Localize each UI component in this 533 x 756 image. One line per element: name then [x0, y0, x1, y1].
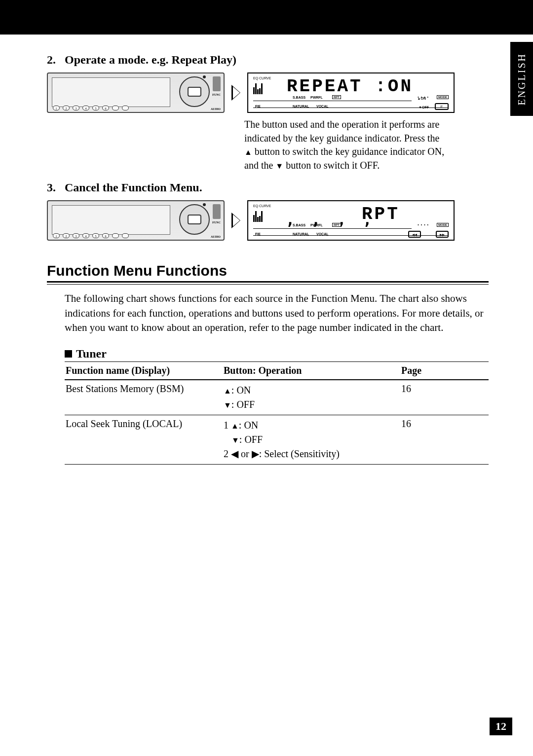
left-triangle-icon: ◀	[231, 448, 238, 459]
lcd-pwrfl: PWRFL	[310, 96, 323, 99]
lcd-main-text: REPEAT :ON	[287, 76, 413, 97]
device-illustration: FUNC AUDIO 123456	[47, 200, 225, 241]
lcd-off: ▼OFF	[419, 106, 429, 109]
up-triangle-icon: ▲	[231, 422, 239, 430]
lcd-rpt-text: RPT	[362, 204, 400, 224]
lcd-sbass: S.BASS	[293, 223, 305, 227]
lcd-on: ▲ON	[418, 97, 426, 100]
desc-line1: The button used and the operation it per…	[244, 118, 489, 132]
lcd-seek-buttons: ◂◂ ▸▸	[408, 231, 449, 238]
lcd-repeat-on: EQ CURVE REPEAT :ON S.BASS PWRFL RPT • •…	[247, 72, 455, 113]
function-table: Function name (Display) Button: Operatio…	[65, 362, 489, 465]
seek-right-icon: ▸▸	[436, 231, 449, 238]
square-bullet-icon	[65, 350, 72, 358]
col-function: Function name (Display)	[66, 365, 224, 376]
lcd-sbass: S.BASS	[293, 96, 305, 99]
desc-line2: indicated by the key guidance indicator.…	[244, 132, 489, 145]
cell-name: Best Stations Memory (BSM)	[66, 383, 224, 395]
section-paragraph: The following chart shows functions for …	[65, 291, 489, 335]
down-triangle-icon: ▼	[231, 436, 239, 444]
step3-figure-row: FUNC AUDIO 123456 EQ CURVE , , , , RPT S…	[47, 200, 489, 241]
cell-ops: 1 ▲: ON ▼: OFF 2 ◀ or ▶: Select (Sensiti…	[224, 418, 401, 461]
tuner-label: Tuner	[76, 347, 107, 360]
lcd-mode: MODE	[437, 95, 449, 99]
lcd-rpt-chip: RPT	[332, 223, 341, 227]
device-dial	[179, 204, 210, 235]
col-button: Button: Operation	[224, 365, 401, 376]
table-row: Best Stations Memory (BSM) ▲: ON ▼: OFF …	[65, 380, 489, 415]
desc-line3: ▲ button to switch the key guidance indi…	[244, 145, 489, 159]
device-screen	[52, 77, 170, 107]
step2-num: 2.	[47, 53, 56, 66]
step2-title: Operate a mode. e.g. Repeat Play)	[65, 53, 236, 66]
arrow-right-icon	[231, 85, 240, 101]
cell-ops: ▲: ON ▼: OFF	[224, 383, 401, 412]
header-black-bar	[0, 0, 533, 35]
device-screen	[52, 205, 170, 235]
step2-heading: 2. Operate a mode. e.g. Repeat Play)	[47, 53, 489, 67]
lcd-rpt: EQ CURVE , , , , RPT S.BASS PWRFL RPT • …	[247, 200, 455, 241]
page-number: 12	[490, 718, 512, 735]
up-triangle-icon: ▲	[224, 387, 231, 395]
lcd-eq-label: EQ CURVE	[253, 76, 271, 80]
tuner-subheading: Tuner	[65, 347, 489, 362]
col-page: Page	[401, 365, 470, 376]
right-triangle-icon: ▶	[252, 448, 259, 459]
lcd-pwrfl: PWRFL	[310, 223, 323, 227]
lcd-f-button: F	[435, 103, 449, 110]
device-dial	[179, 76, 210, 107]
seek-left-icon: ◂◂	[408, 231, 421, 238]
lcd-rpt-chip: RPT	[332, 95, 341, 99]
language-tab: ENGLISH	[510, 42, 533, 116]
section-title: Function Menu Functions	[47, 262, 489, 283]
table-header-row: Function name (Display) Button: Operatio…	[65, 362, 489, 380]
lcd-mode: MODE	[437, 223, 449, 227]
language-tab-text: ENGLISH	[516, 53, 528, 106]
cell-page: 16	[401, 383, 470, 395]
page-content: 2. Operate a mode. e.g. Repeat Play) FUN…	[0, 35, 533, 465]
cell-name: Local Seek Tuning (LOCAL)	[66, 418, 224, 430]
device-illustration: FUNC AUDIO 123456	[47, 72, 225, 113]
step3-heading: 3. Cancel the Function Menu.	[47, 181, 489, 194]
up-triangle-icon: ▲	[244, 148, 252, 156]
cell-page: 16	[401, 418, 470, 430]
arrow-right-icon	[231, 213, 240, 228]
lcd-dots: • • • •	[418, 223, 429, 226]
down-triangle-icon: ▼	[275, 162, 283, 170]
down-triangle-icon: ▼	[224, 401, 231, 409]
step3-num: 3.	[47, 181, 56, 194]
table-row: Local Seek Tuning (LOCAL) 1 ▲: ON ▼: OFF…	[65, 415, 489, 465]
step3-title: Cancel the Function Menu.	[65, 181, 202, 194]
step2-figure-row: FUNC AUDIO 123456 EQ CURVE REPEAT :ON S.…	[47, 72, 489, 113]
desc-line4: and the ▼ button to switch it OFF.	[244, 159, 489, 173]
step2-description: The button used and the operation it per…	[244, 118, 489, 172]
lcd-eq-label: EQ CURVE	[253, 204, 271, 208]
